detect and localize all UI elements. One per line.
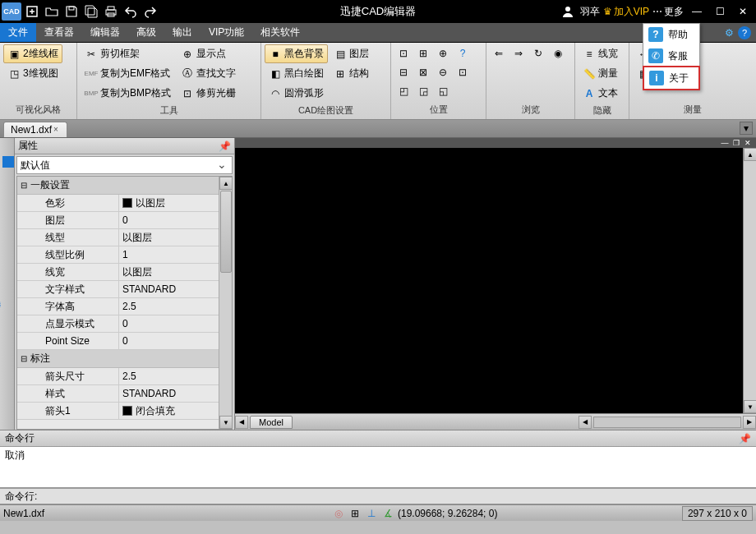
pos-icon-5[interactable]: ⊟ [394,63,413,81]
pos-icon-10[interactable]: ◲ [414,82,432,100]
property-value[interactable]: 1 [119,246,232,263]
rotate-icon[interactable]: ↻ [529,44,547,62]
find-text-button[interactable]: Ⓐ查找文字 [177,64,240,83]
menu-vip[interactable]: VIP功能 [201,23,252,42]
maximize-button[interactable]: ☐ [710,2,730,21]
property-value[interactable]: 以图层 [119,264,232,280]
drawing-canvas[interactable] [235,148,743,413]
redo-icon[interactable] [141,2,159,21]
show-points-button[interactable]: ⊕显示点 [177,44,240,63]
app-logo[interactable]: CAD [2,2,21,21]
status-ortho-icon[interactable]: ⊥ [365,507,378,520]
close-button[interactable]: ✕ [733,2,753,21]
property-value[interactable]: 2.5 [119,368,232,384]
property-value[interactable]: STANDARD [119,281,232,297]
settings-icon[interactable]: ⚙ [721,25,736,40]
pos-icon-8[interactable]: ⊡ [454,63,472,81]
property-value[interactable]: 以图层 [119,195,232,211]
copy-bmp-button[interactable]: BMP复制为BMP格式 [81,84,175,103]
scroll-thumb[interactable] [220,191,232,273]
status-snap-icon[interactable]: ◎ [332,507,345,520]
property-row[interactable]: 字体高2.5 [17,298,232,315]
status-grid-icon[interactable]: ⊞ [348,507,362,520]
scroll-down-button[interactable]: ▼ [219,416,233,429]
measure-button[interactable]: 📏测量 [579,64,622,83]
more-button[interactable]: ⋯ 更多 [652,5,684,19]
pos-icon-6[interactable]: ⊠ [414,63,432,81]
hscroll-track[interactable] [593,417,741,428]
print-icon[interactable] [102,2,120,21]
file-tab-close[interactable]: × [53,125,63,135]
open-file-icon[interactable] [43,2,61,21]
help-icon[interactable]: ? [738,26,751,39]
text-button[interactable]: A文本 [579,84,622,103]
black-bg-button[interactable]: ■黑色背景 [265,44,328,63]
save-icon[interactable] [62,2,81,21]
pin-icon[interactable]: 📌 [219,140,231,152]
properties-selector[interactable]: 默认值 [16,156,233,174]
property-value[interactable]: 2.5 [119,298,232,315]
commandline-pin-icon[interactable]: 📌 [739,433,751,444]
nav-right-icon[interactable]: ⇒ [509,44,528,62]
property-value[interactable]: STANDARD [119,385,232,402]
property-value[interactable]: 0 [119,212,232,228]
zoom-out-icon[interactable]: ⊖ [434,63,452,81]
sidebar-tab[interactable]: 按键杆 [0,138,15,430]
property-row[interactable]: 箭头1闭合填充 [17,403,232,420]
property-row[interactable]: 点显示模式0 [17,315,232,333]
file-tab[interactable]: New1.dxf × [3,122,67,137]
hscroll-left[interactable]: ◀ [235,416,248,429]
undo-icon[interactable] [122,2,140,21]
property-value[interactable]: 0 [119,333,232,349]
vip-button[interactable]: ♛ 加入VIP [603,5,649,19]
pos-icon-11[interactable]: ◱ [434,82,452,100]
zoom-help-icon[interactable]: ? [454,44,472,62]
pos-icon-9[interactable]: ◰ [394,82,413,100]
canvas-restore-icon[interactable]: ❐ [731,139,741,147]
property-row[interactable]: 色彩以图层 [17,195,232,212]
menu-related[interactable]: 相关软件 [252,23,308,42]
user-icon[interactable] [559,2,577,21]
property-row[interactable]: 线型以图层 [17,229,232,246]
property-row[interactable]: 箭头尺寸2.5 [17,368,232,385]
property-row[interactable]: 线型比例1 [17,246,232,264]
property-row[interactable]: 样式STANDARD [17,385,232,403]
save-all-icon[interactable] [82,2,100,21]
trim-raster-button[interactable]: ⊡修剪光栅 [177,84,240,103]
minimize-button[interactable]: ― [687,2,707,21]
vscroll-up[interactable]: ▲ [744,148,756,161]
property-row[interactable]: 线宽以图层 [17,264,232,281]
3d-view-button[interactable]: ◳3维视图 [3,64,62,83]
linewidth-button[interactable]: ≡线宽 [579,44,622,63]
structure-button[interactable]: ⊞结构 [330,64,373,83]
clip-frame-button[interactable]: ✂剪切框架 [81,44,175,63]
smooth-arc-button[interactable]: ◠圆滑弧形 [265,84,328,103]
copy-emf-button[interactable]: EMF复制为EMF格式 [81,64,175,83]
2d-wireframe-button[interactable]: ▣2维线框 [3,44,62,63]
property-row[interactable]: 图层0 [17,212,232,229]
menu-file[interactable]: 文件 [0,23,36,42]
scroll-up-button[interactable]: ▲ [219,177,233,190]
dropdown-help[interactable]: ? 帮助 [643,24,699,45]
model-tab[interactable]: Model [250,416,293,429]
menu-output[interactable]: 输出 [164,23,201,42]
dropdown-about[interactable]: i 关于 [643,66,700,90]
zoom-extents-icon[interactable]: ⊡ [394,44,413,62]
menu-editor[interactable]: 编辑器 [82,23,128,42]
globe-icon[interactable]: ◉ [549,44,567,62]
status-polar-icon[interactable]: ∡ [381,507,394,520]
property-value[interactable]: 闭合填充 [119,403,232,419]
property-row[interactable]: Point Size0 [17,333,232,350]
section-general[interactable]: 一般设置 [17,177,232,195]
menu-advanced[interactable]: 高级 [128,23,164,42]
property-value[interactable]: 以图层 [119,229,232,246]
hscroll-left2[interactable]: ◀ [579,416,592,429]
nav-left-icon[interactable]: ⇐ [490,44,508,62]
new-file-icon[interactable] [23,2,41,21]
property-row[interactable]: 文字样式STANDARD [17,281,232,298]
property-value[interactable]: 0 [119,315,232,332]
zoom-window-icon[interactable]: ⊞ [414,44,432,62]
canvas-close-icon[interactable]: ✕ [743,139,753,147]
layers-button[interactable]: ▤图层 [330,44,373,63]
menu-viewer[interactable]: 查看器 [36,23,82,42]
